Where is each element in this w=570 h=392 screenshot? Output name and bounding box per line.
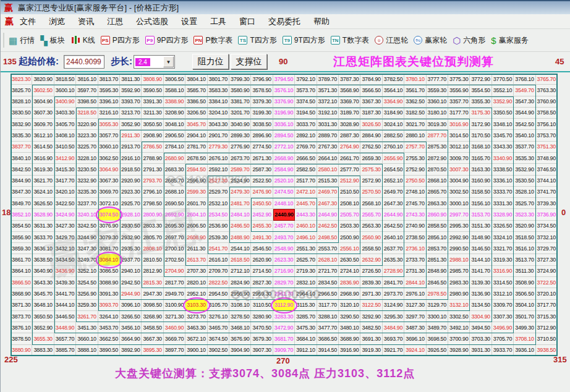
- toolbar-button-yingjialun[interactable]: Big赢家轮: [414, 35, 447, 46]
- kxian-icon: [70, 35, 80, 45]
- toolbar-button-tsifang[interactable]: TST四方形: [238, 35, 276, 46]
- grid-cell: 2760.10: [383, 142, 404, 153]
- grid-cell: 3712.90: [536, 322, 558, 333]
- grid-cell: 3232.90: [76, 176, 98, 187]
- grid-cell: 3136.90: [470, 288, 491, 299]
- start-price-input[interactable]: 2440.9099: [64, 55, 104, 69]
- toolbar-button-9tsifang[interactable]: T99T四方形: [283, 35, 325, 46]
- grid-cell: 3302.50: [448, 311, 470, 322]
- grid-cell: 3928.90: [448, 345, 470, 356]
- menu-item-2[interactable]: 资讯: [78, 16, 94, 27]
- grid-cell: 3679.30: [251, 333, 273, 344]
- grid-cell: 3631.30: [32, 221, 54, 232]
- grid-cell: 2923.30: [120, 187, 142, 198]
- toolbar-label: 行情: [20, 35, 35, 46]
- menu-item-0[interactable]: 文件: [20, 16, 36, 27]
- grid-cell: 3216.10: [98, 108, 120, 119]
- grid-cell: 3652.90: [32, 322, 54, 333]
- grid-cell: 3564.10: [383, 85, 404, 96]
- grid-cell: 3204.10: [208, 108, 229, 119]
- grid-cell: 2618.50: [229, 254, 251, 265]
- toolbar-button-fuwu[interactable]: $赢家服务: [491, 35, 528, 46]
- support-button[interactable]: 支撑位: [231, 54, 267, 69]
- resistance-button[interactable]: 阻力位: [192, 54, 229, 69]
- grid-cell: 3904.90: [229, 345, 251, 356]
- grid-cell: 3912.10: [295, 345, 317, 356]
- grid-cell: 2560.90: [360, 232, 382, 243]
- menu-item-3[interactable]: 江恩: [107, 16, 123, 27]
- grid-cell: 3184.90: [383, 108, 404, 119]
- grid-cell: 2918.50: [120, 164, 142, 175]
- menu-item-8[interactable]: 交易委托: [268, 16, 300, 27]
- step-dropdown[interactable]: 2.4 ▼: [134, 55, 175, 69]
- grid-cell: 3336.10: [492, 176, 514, 187]
- grid-cell: 3919.30: [360, 345, 382, 356]
- grid-cell: 3640.90: [32, 266, 54, 277]
- grid-cell: 3074.50: [98, 209, 120, 220]
- grid-cell: 3868.90: [11, 288, 32, 299]
- grid-cell: 3561.70: [404, 85, 426, 96]
- toolbar-button-hangqing[interactable]: ▦行情: [9, 35, 35, 46]
- grid-cell: 3554.50: [470, 85, 491, 96]
- grid-cell: 3931.30: [470, 345, 491, 356]
- grid-cell: 2508.10: [339, 198, 360, 209]
- grid-cell: 3693.70: [383, 333, 404, 344]
- grid-cell: 3369.70: [339, 96, 360, 108]
- window-title: 赢家江恩专业版[赢家服务平台] - [价格正方形]: [18, 2, 179, 14]
- grid-cell: 3612.10: [32, 130, 54, 141]
- grid-cell: 3837.70: [11, 142, 32, 153]
- menu-item-1[interactable]: 浏览: [49, 16, 65, 27]
- grid-cell: 3674.50: [208, 333, 229, 344]
- grid-cell: 3324.10: [492, 232, 514, 243]
- toolbar-button-pshuzi[interactable]: PNP数字表: [194, 35, 232, 46]
- grid-cell: 3878.50: [11, 333, 32, 344]
- grid-cell: 2976.10: [404, 288, 426, 299]
- grid-cell: 3192.10: [317, 108, 339, 119]
- grid-cell: 3172.90: [470, 119, 491, 130]
- grid-cell: 3746.50: [536, 164, 558, 175]
- toolbar-button-liujiaoxing[interactable]: ⬡六角形: [453, 35, 485, 46]
- grid-cell: 3489.70: [427, 322, 448, 333]
- grid-cell: 2604.10: [185, 209, 207, 220]
- toolbar-button-kxian[interactable]: K线: [70, 35, 95, 46]
- toolbar-button-jiangenlun[interactable]: ◎江恩轮: [375, 35, 408, 46]
- toolbar-button-psifang[interactable]: PSP四方形: [101, 35, 140, 46]
- grid-cell: 3532.90: [514, 164, 535, 175]
- toolbar-button-9psifang[interactable]: P99P四方形: [145, 35, 189, 46]
- grid-cell: 3228.10: [76, 153, 98, 164]
- toolbar-button-tshuzi[interactable]: TNT数字表: [331, 35, 369, 46]
- grid-cell: 2745.70: [404, 198, 426, 209]
- grid-cell: 2481.70: [229, 198, 251, 209]
- grid-cell: 3890.50: [98, 345, 120, 356]
- grid-cell: 3266.50: [120, 311, 142, 322]
- grid-cell: 2714.50: [251, 266, 273, 277]
- app-window: 赢 赢家江恩专业版[赢家服务平台] - [价格正方形] 赢 文件浏览资讯江恩公式…: [0, 0, 570, 392]
- grid-cell: 2606.50: [185, 221, 207, 232]
- grid-cell: 3362.50: [404, 96, 426, 108]
- grid-cell: 2796.10: [142, 187, 163, 198]
- grid-cell: 2563.30: [360, 221, 382, 232]
- grid-cell: 3146.50: [470, 243, 491, 254]
- menu-item-4[interactable]: 公式选股: [136, 16, 168, 27]
- menu-item-6[interactable]: 工具: [210, 16, 226, 27]
- grid-cell: 3081.70: [98, 243, 120, 254]
- grid-cell: 3856.90: [11, 232, 32, 243]
- grid-cell: 2949.70: [164, 288, 185, 299]
- grid-cell: 3496.90: [492, 322, 514, 333]
- grid-cell: 3050.50: [142, 119, 163, 130]
- grid-cell: 3352.90: [492, 96, 514, 108]
- grid-cell: 3484.90: [383, 322, 404, 333]
- pshuzi-icon: PN: [194, 36, 203, 45]
- grid-cell: 3916.90: [339, 345, 360, 356]
- grid-cell: 3374.50: [295, 96, 317, 108]
- grid-cell: 2769.70: [295, 142, 317, 153]
- grid-cell: 3871.30: [11, 300, 32, 311]
- menu-item-7[interactable]: 窗口: [239, 16, 255, 27]
- menu-item-9[interactable]: 帮助: [313, 16, 330, 27]
- chevron-down-icon[interactable]: ▼: [163, 56, 174, 67]
- grid-cell: 2642.50: [383, 221, 404, 232]
- toolbar-button-bankuai[interactable]: ▚板块: [40, 35, 65, 46]
- grid-cell: 2990.50: [448, 243, 470, 254]
- grid-cell: 3525.70: [514, 198, 535, 209]
- menu-item-5[interactable]: 设置: [181, 16, 197, 27]
